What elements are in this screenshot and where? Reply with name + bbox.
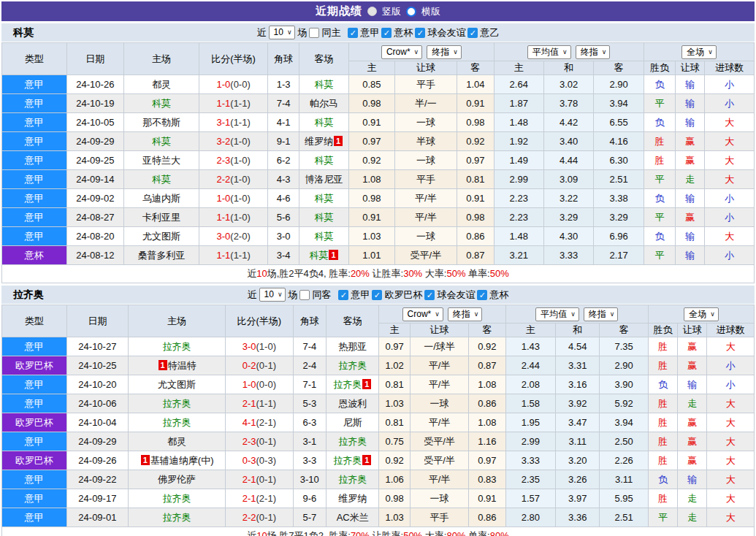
result-outcome-cell: 负 xyxy=(644,227,675,246)
result-handicap-cell: 走 xyxy=(678,508,707,527)
summary-text-segment: 大率: xyxy=(422,530,446,536)
score-fulltime: 1-0 xyxy=(217,193,231,204)
team-label: 科莫 xyxy=(314,155,333,166)
avg-provider-select[interactable]: 平均值∨ xyxy=(535,307,579,321)
odds-away-cell: 0.81 xyxy=(457,170,494,189)
league-checkbox-2[interactable]: ✓ xyxy=(381,28,392,38)
odds-provider-select[interactable]: Crow*∨ xyxy=(381,45,422,59)
odds-away-cell: 0.91 xyxy=(469,489,505,508)
score-halftime: (0-1) xyxy=(256,512,276,523)
avg-away-cell: 2.90 xyxy=(594,75,644,94)
result-handicap-cell: 输 xyxy=(676,227,705,246)
table-row: 意甲24-10-06拉齐奥2-1(1-1)5-3恩波利1.03一球0.861.5… xyxy=(2,394,755,413)
away-team-cell: 科莫 xyxy=(299,227,348,246)
avg-provider-select[interactable]: 平均值∨ xyxy=(527,45,571,59)
team-label: 尼斯 xyxy=(343,417,362,428)
team-label: 拉齐奥 xyxy=(338,436,367,447)
league-cell: 意甲 xyxy=(2,170,67,189)
same-venue-checkbox[interactable] xyxy=(309,28,319,38)
league-cell: 欧罗巴杯 xyxy=(2,356,67,375)
score-halftime: (2-1) xyxy=(256,417,276,428)
match-count-select[interactable]: 10∨ xyxy=(269,26,296,39)
team-label: 科莫 xyxy=(152,98,171,109)
odds-stage-select[interactable]: 终指∨ xyxy=(427,45,462,59)
result-value: 输 xyxy=(685,79,695,90)
avg-stage-select[interactable]: 终指∨ xyxy=(584,307,619,321)
result-handicap-cell: 输 xyxy=(676,246,705,265)
avg-away-cell: 2.51 xyxy=(594,170,644,189)
result-value: 大 xyxy=(726,474,736,485)
col-header-5: 角球 xyxy=(293,305,326,337)
avg-home-cell: 2.99 xyxy=(494,170,543,189)
odds-home-cell: 1.02 xyxy=(379,356,410,375)
odds-stage-select[interactable]: 终指∨ xyxy=(448,307,483,321)
date-cell: 24-09-29 xyxy=(66,132,124,151)
result-value: 输 xyxy=(685,117,695,128)
league-checkbox-4[interactable]: ✓ xyxy=(467,28,478,38)
league-checkbox-label: 意杯 xyxy=(489,288,508,302)
score-halftime: (1-0) xyxy=(230,193,250,204)
score-cell: 1-1(1-0) xyxy=(199,208,268,227)
header-group-selects: 全场∨ xyxy=(681,45,717,59)
odds-handicap-cell: 一球 xyxy=(394,113,457,132)
avg-away-cell: 5.92 xyxy=(600,394,648,413)
result-value: 大 xyxy=(726,398,736,409)
corners-cell: 2-4 xyxy=(293,356,326,375)
odds-away-cell: 0.97 xyxy=(457,151,494,170)
team-label: 卡利亚里 xyxy=(142,212,180,223)
avg-away-cell: 2.90 xyxy=(600,356,648,375)
check-icon: ✓ xyxy=(350,28,356,38)
home-team-cell: 亚特兰大 xyxy=(124,151,199,170)
odds-handicap-cell: 平/半 xyxy=(394,189,457,208)
odds-home-cell: 0.75 xyxy=(379,432,410,451)
league-checkbox-3[interactable]: ✓ xyxy=(424,290,435,300)
odds-away-cell: 0.98 xyxy=(457,208,494,227)
score-halftime: (1-0) xyxy=(230,174,250,185)
subcol-header-1-1: 主 xyxy=(349,61,394,75)
league-cell: 意甲 xyxy=(2,432,67,451)
score-halftime: (0-1) xyxy=(256,474,276,485)
match-count-select[interactable]: 10∨ xyxy=(259,288,286,302)
same-venue-checkbox[interactable] xyxy=(299,290,310,300)
result-scope-select[interactable]: 全场∨ xyxy=(681,45,717,59)
summary-text-segment: 50% xyxy=(403,530,422,536)
result-value: 平 xyxy=(655,212,665,223)
subcol-header-3-2: 让球 xyxy=(678,323,707,337)
summary-text-segment: 大率: xyxy=(422,268,446,279)
col-header-4: 比分(半场) xyxy=(226,305,294,337)
result-value: 大 xyxy=(726,455,736,466)
team-label: 博洛尼亚 xyxy=(305,174,343,185)
league-checkbox-1[interactable]: ✓ xyxy=(338,290,348,300)
result-goals-cell: 大 xyxy=(705,170,755,189)
radio-vertical-icon[interactable] xyxy=(367,7,377,16)
result-outcome-cell: 胜 xyxy=(648,432,677,451)
team-label: 科莫 xyxy=(314,117,333,128)
home-team-cell: 1特温特 xyxy=(129,356,226,375)
odds-provider-select[interactable]: Crow*∨ xyxy=(402,307,443,321)
league-checkbox-3[interactable]: ✓ xyxy=(415,28,425,38)
corners-cell: 5-7 xyxy=(293,508,326,527)
result-value: 大 xyxy=(726,512,736,523)
league-checkbox-2[interactable]: ✓ xyxy=(372,290,382,300)
result-scope-select[interactable]: 全场∨ xyxy=(684,307,719,321)
result-handicap-cell: 赢 xyxy=(678,432,707,451)
avg-home-cell: 2.44 xyxy=(505,356,555,375)
avg-away-cell: 3.94 xyxy=(594,94,644,113)
score-fulltime: 1-1 xyxy=(217,98,231,109)
date-cell: 24-09-22 xyxy=(66,470,129,489)
result-value: 大 xyxy=(726,417,736,428)
date-cell: 24-08-27 xyxy=(66,208,124,227)
team-label: 拉齐奥 xyxy=(163,341,191,352)
score-fulltime: 3-0 xyxy=(217,231,231,242)
odds-away-cell: 1.08 xyxy=(469,375,505,394)
avg-stage-select[interactable]: 终指∨ xyxy=(576,45,611,59)
subcol-header-1-3: 客 xyxy=(469,323,505,337)
score-cell: 2-2(0-1) xyxy=(226,508,294,527)
header-group-1: Crow*∨终指∨ xyxy=(349,43,494,61)
league-checkbox-1[interactable]: ✓ xyxy=(348,28,358,38)
radio-horizontal-icon[interactable] xyxy=(406,7,416,17)
result-goals-cell: 大 xyxy=(705,113,755,132)
away-team-cell: 拉齐奥 xyxy=(326,356,378,375)
league-checkbox-4[interactable]: ✓ xyxy=(477,290,487,300)
filter-games-label: 场 xyxy=(288,288,297,302)
